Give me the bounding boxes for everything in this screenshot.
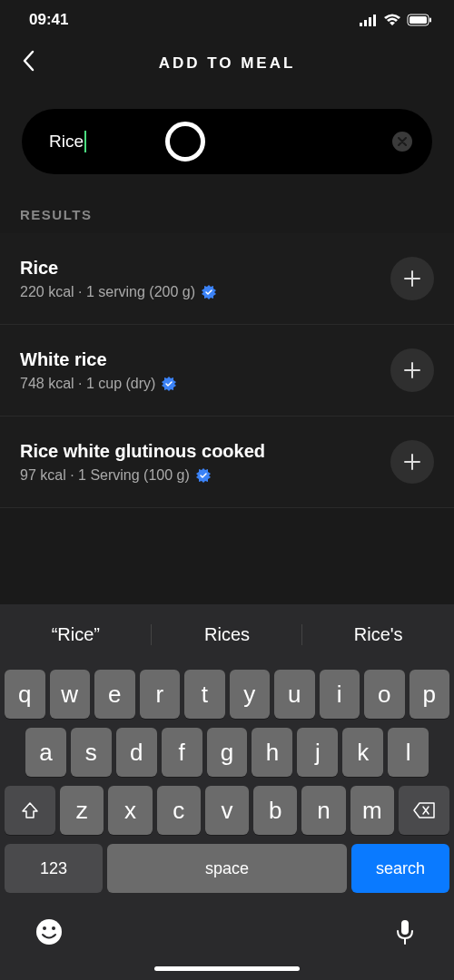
- suggestion[interactable]: “Rice”: [0, 617, 152, 652]
- key-h[interactable]: h: [252, 728, 292, 777]
- space-key[interactable]: space: [107, 844, 347, 893]
- backspace-icon: [412, 801, 436, 819]
- svg-rect-2: [369, 17, 371, 26]
- result-content: White rice 748 kcal · 1 cup (dry): [20, 349, 177, 392]
- key-u[interactable]: u: [274, 670, 315, 719]
- key-x[interactable]: x: [108, 786, 152, 835]
- add-food-button[interactable]: [390, 440, 434, 484]
- key-o[interactable]: o: [364, 670, 405, 719]
- search-key[interactable]: search: [351, 844, 449, 893]
- microphone-icon: [395, 918, 415, 946]
- plus-icon: [403, 270, 421, 288]
- shift-icon: [20, 800, 40, 820]
- keyboard-bottom-bar: [0, 897, 454, 963]
- svg-rect-6: [429, 18, 431, 23]
- result-detail-text: 97 kcal · 1 Serving (100 g): [20, 467, 190, 484]
- result-item[interactable]: Rice 220 kcal · 1 serving (200 g): [0, 233, 454, 325]
- key-t[interactable]: t: [184, 670, 225, 719]
- home-indicator[interactable]: [154, 966, 300, 971]
- key-row-1: q w e r t y u i o p: [0, 665, 454, 723]
- header: ADD TO MEAL: [0, 36, 454, 91]
- status-bar: 09:41: [0, 0, 454, 36]
- key-m[interactable]: m: [350, 786, 394, 835]
- verified-badge-icon: [161, 376, 177, 392]
- wifi-icon: [383, 14, 401, 26]
- result-title: White rice: [20, 349, 177, 370]
- results-list: Rice 220 kcal · 1 serving (200 g) White …: [0, 233, 454, 508]
- svg-rect-0: [360, 23, 362, 26]
- key-j[interactable]: j: [297, 728, 338, 777]
- svg-point-9: [52, 926, 55, 930]
- keyboard: “Rice” Rices Rice's q w e r t y u i o p …: [0, 604, 454, 980]
- key-row-2: a s d f g h j k l: [0, 723, 454, 781]
- svg-point-7: [36, 919, 62, 945]
- results-label: RESULTS: [0, 192, 454, 233]
- svg-point-8: [43, 926, 46, 930]
- result-content: Rice 220 kcal · 1 serving (200 g): [20, 258, 217, 300]
- svg-rect-3: [373, 15, 376, 26]
- key-v[interactable]: v: [205, 786, 249, 835]
- plus-icon: [403, 361, 421, 379]
- search-container: Rice: [0, 91, 454, 192]
- verified-badge-icon: [201, 284, 217, 300]
- key-k[interactable]: k: [342, 728, 383, 777]
- status-icons: [360, 14, 432, 26]
- key-b[interactable]: b: [253, 786, 297, 835]
- result-title: Rice white glutinous cooked: [20, 441, 265, 462]
- suggestion[interactable]: Rices: [152, 617, 303, 652]
- key-e[interactable]: e: [94, 670, 135, 719]
- svg-rect-10: [401, 920, 409, 935]
- search-bar[interactable]: Rice: [22, 109, 432, 174]
- search-input[interactable]: Rice: [49, 131, 86, 152]
- key-n[interactable]: n: [301, 786, 345, 835]
- search-value: Rice: [49, 132, 84, 152]
- key-i[interactable]: i: [320, 670, 360, 719]
- result-item[interactable]: Rice white glutinous cooked 97 kcal · 1 …: [0, 416, 454, 508]
- result-details: 220 kcal · 1 serving (200 g): [20, 284, 217, 300]
- key-g[interactable]: g: [207, 728, 248, 777]
- result-content: Rice white glutinous cooked 97 kcal · 1 …: [20, 441, 265, 484]
- emoji-icon: [35, 917, 64, 946]
- result-item[interactable]: White rice 748 kcal · 1 cup (dry): [0, 325, 454, 416]
- result-title: Rice: [20, 258, 217, 279]
- key-p[interactable]: p: [410, 670, 450, 719]
- page-title: ADD TO MEAL: [159, 54, 296, 73]
- suggestion[interactable]: Rice's: [302, 617, 454, 652]
- add-food-button[interactable]: [390, 348, 434, 392]
- result-details: 748 kcal · 1 cup (dry): [20, 376, 177, 392]
- key-z[interactable]: z: [60, 786, 104, 835]
- key-a[interactable]: a: [25, 728, 66, 777]
- key-r[interactable]: r: [140, 670, 181, 719]
- key-s[interactable]: s: [71, 728, 112, 777]
- key-row-3: z x c v b n m: [0, 781, 454, 839]
- result-detail-text: 748 kcal · 1 cup (dry): [20, 376, 155, 392]
- numbers-key[interactable]: 123: [5, 844, 103, 893]
- status-time: 09:41: [29, 11, 68, 29]
- add-food-button[interactable]: [390, 257, 434, 300]
- svg-rect-1: [364, 20, 367, 26]
- key-y[interactable]: y: [230, 670, 271, 719]
- close-icon: [398, 137, 407, 146]
- chevron-left-icon: [22, 50, 35, 72]
- svg-rect-5: [410, 16, 427, 24]
- key-l[interactable]: l: [388, 728, 429, 777]
- emoji-button[interactable]: [33, 916, 65, 948]
- verified-badge-icon: [195, 467, 212, 484]
- key-q[interactable]: q: [5, 670, 45, 719]
- text-cursor: [84, 131, 86, 152]
- key-row-4: 123 space search: [0, 839, 454, 897]
- battery-icon: [407, 14, 432, 26]
- key-d[interactable]: d: [116, 728, 157, 777]
- key-c[interactable]: c: [157, 786, 201, 835]
- key-w[interactable]: w: [50, 670, 91, 719]
- plus-icon: [403, 453, 421, 471]
- shift-key[interactable]: [5, 786, 55, 835]
- dictation-button[interactable]: [389, 916, 421, 948]
- key-f[interactable]: f: [162, 728, 202, 777]
- backspace-key[interactable]: [399, 786, 449, 835]
- result-detail-text: 220 kcal · 1 serving (200 g): [20, 284, 195, 300]
- back-button[interactable]: [22, 50, 35, 77]
- clear-search-button[interactable]: [392, 132, 412, 152]
- signal-icon: [360, 14, 378, 26]
- keyboard-suggestions: “Rice” Rices Rice's: [0, 613, 454, 665]
